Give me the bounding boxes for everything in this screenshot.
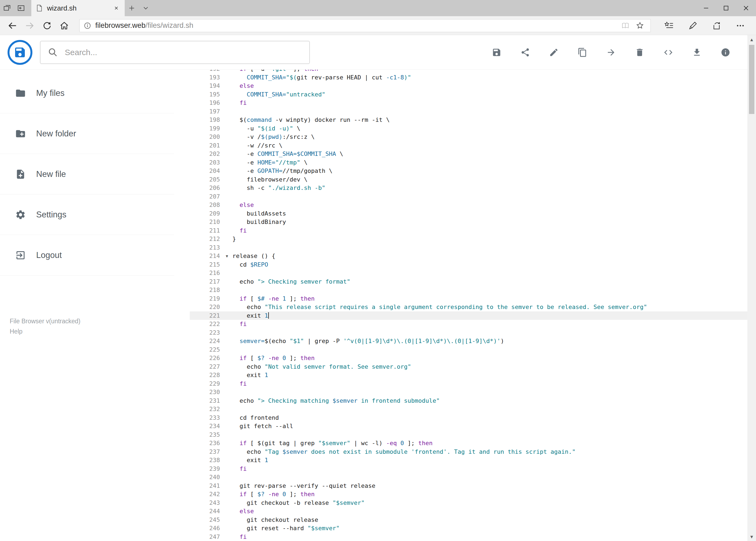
code-line[interactable]: 216 — [190, 269, 747, 277]
info-button[interactable] — [711, 40, 740, 65]
code-line[interactable]: 245 git checkout release — [190, 516, 747, 524]
fold-arrow-icon[interactable]: ▾ — [226, 252, 228, 261]
page-scrollbar[interactable]: ▲ ▼ — [747, 35, 756, 541]
code-line[interactable]: 205 filebrowser/dev \ — [190, 175, 747, 184]
reading-view-button[interactable] — [618, 20, 632, 32]
code-line[interactable]: 228 exit 1 — [190, 371, 747, 379]
sidebar-item-new-file[interactable]: New file — [0, 154, 174, 195]
code-line[interactable]: 198 $(command -v winpty) docker run --rm… — [190, 116, 747, 124]
code-line[interactable]: 243 git checkout -b release "$semver" — [190, 499, 747, 507]
new-tab-button[interactable] — [125, 0, 139, 16]
code-line[interactable]: 212} — [190, 235, 747, 244]
code-line[interactable]: 235 — [190, 430, 747, 439]
sidebar-item-new-folder[interactable]: New folder — [0, 114, 174, 154]
code-line[interactable]: 244 else — [190, 507, 747, 516]
scroll-down-icon[interactable]: ▼ — [747, 532, 756, 541]
code-line[interactable]: 239 fi — [190, 465, 747, 473]
code-line[interactable]: 226 if [ $? -ne 0 ]; then — [190, 354, 747, 362]
code-line[interactable]: 210 buildBinary — [190, 218, 747, 226]
settings-more-button[interactable] — [728, 18, 752, 34]
code-line[interactable]: 215 cd $REPO — [190, 261, 747, 269]
help-link[interactable]: Help — [10, 326, 174, 336]
web-notes-button[interactable] — [681, 18, 705, 34]
share-page-button[interactable] — [705, 18, 728, 34]
code-view-button[interactable] — [654, 40, 682, 65]
sidebar-item-settings[interactable]: Settings — [0, 195, 174, 235]
download-button[interactable] — [682, 40, 711, 65]
filebrowser-logo[interactable] — [8, 40, 32, 65]
move-button[interactable] — [597, 40, 626, 65]
site-info-icon[interactable] — [83, 21, 92, 30]
code-line[interactable]: 219 if [ $# -ne 1 ]; then — [190, 294, 747, 303]
code-line[interactable]: 224 semver=$(echo "$1" | grep -P '^v(0|[… — [190, 337, 747, 345]
delete-button[interactable] — [626, 40, 654, 65]
code-line[interactable]: 233 cd frontend — [190, 413, 747, 422]
code-line[interactable]: 217 echo "> Checking semver format" — [190, 277, 747, 286]
tabs-aside-button[interactable] — [0, 0, 14, 16]
code-line[interactable]: 202 -e COMMIT_SHA=$COMMIT_SHA \ — [190, 150, 747, 158]
code-line[interactable]: 229 fi — [190, 379, 747, 388]
sidebar-item-logout[interactable]: Logout — [0, 235, 174, 275]
sidebar-item-my-files[interactable]: My files — [0, 73, 174, 114]
scroll-up-icon[interactable]: ▲ — [747, 35, 756, 44]
code-line[interactable]: 207 — [190, 192, 747, 201]
add-favorite-button[interactable] — [632, 20, 647, 32]
code-line[interactable]: 193 COMMIT_SHA="$(git rev-parse HEAD | c… — [190, 73, 747, 82]
code-line[interactable]: 204 -e GOPATH=//tmp/gopath \ — [190, 167, 747, 175]
code-line[interactable]: 232 — [190, 405, 747, 413]
code-line[interactable]: 221 exit 1 — [190, 311, 747, 320]
code-line[interactable]: 236 if [ $(git tag | grep "$semver" | wc… — [190, 439, 747, 447]
code-line[interactable]: 234 git fetch --all — [190, 422, 747, 430]
code-line[interactable]: 206 sh -c "./wizard.sh -b" — [190, 184, 747, 192]
share-button[interactable] — [511, 40, 540, 65]
back-button[interactable] — [4, 18, 21, 34]
scrollbar-thumb[interactable] — [749, 45, 754, 114]
edit-button[interactable] — [540, 40, 568, 65]
tab-wizard-sh[interactable]: wizard.sh — [31, 0, 125, 16]
save-button[interactable] — [482, 40, 511, 65]
tab-close-button[interactable] — [112, 4, 121, 13]
code-line[interactable]: 238 exit 1 — [190, 456, 747, 465]
code-line[interactable]: 196 fi — [190, 99, 747, 107]
search-input[interactable] — [65, 48, 302, 57]
code-line[interactable]: 231 echo "> Checking matching $semver in… — [190, 396, 747, 405]
code-line[interactable]: 247 fi — [190, 533, 747, 541]
code-line[interactable]: 192 if [ -d ".git" ]; then — [190, 70, 747, 73]
code-line[interactable]: 242 if [ $? -ne 0 ]; then — [190, 490, 747, 499]
code-line[interactable]: 218 — [190, 286, 747, 294]
code-line[interactable]: 240 — [190, 473, 747, 482]
code-line[interactable]: 241 git rev-parse --verify --quiet relea… — [190, 482, 747, 490]
code-line[interactable]: 220 echo "This release script requires a… — [190, 303, 747, 311]
code-line[interactable]: 209 buildAssets — [190, 209, 747, 218]
forward-button[interactable] — [21, 18, 38, 34]
hub-button[interactable] — [657, 18, 681, 34]
url-field[interactable]: filebrowser.web/files/wizard.sh — [79, 19, 651, 32]
code-line[interactable]: 194 else — [190, 82, 747, 90]
maximize-button[interactable] — [716, 0, 736, 16]
code-line[interactable]: 197 — [190, 107, 747, 116]
code-line[interactable]: 222 fi — [190, 320, 747, 328]
refresh-button[interactable] — [38, 18, 56, 34]
copy-button[interactable] — [568, 40, 597, 65]
tab-preview-button[interactable] — [139, 0, 153, 16]
code-line[interactable]: 213 — [190, 244, 747, 252]
code-line[interactable]: 214▾release () { — [190, 252, 747, 261]
code-line[interactable]: 246 git reset --hard "$semver" — [190, 524, 747, 533]
home-button[interactable] — [56, 18, 73, 34]
code-line[interactable]: 208 else — [190, 201, 747, 209]
code-line[interactable]: 225 — [190, 345, 747, 354]
minimize-button[interactable] — [696, 0, 716, 16]
code-line[interactable]: 227 echo "Not valid semver format. See s… — [190, 362, 747, 371]
set-tabs-aside-button[interactable] — [14, 0, 28, 16]
code-line[interactable]: 203 -e HOME="//tmp" \ — [190, 158, 747, 167]
code-line[interactable]: 199 -u "$(id -u)" \ — [190, 124, 747, 133]
code-line[interactable]: 195 COMMIT_SHA="untracked" — [190, 90, 747, 99]
code-line[interactable]: 223 — [190, 328, 747, 337]
code-line[interactable]: 201 -w //src \ — [190, 141, 747, 150]
code-editor[interactable]: 192 if [ -d ".git" ]; then193 COMMIT_SHA… — [174, 70, 747, 541]
code-line[interactable]: 230 — [190, 388, 747, 396]
code-line[interactable]: 200 -v /$(pwd):/src:z \ — [190, 133, 747, 141]
code-line[interactable]: 237 echo "Tag $semver does not exist in … — [190, 447, 747, 456]
close-window-button[interactable] — [736, 0, 756, 16]
code-line[interactable]: 211 fi — [190, 226, 747, 235]
